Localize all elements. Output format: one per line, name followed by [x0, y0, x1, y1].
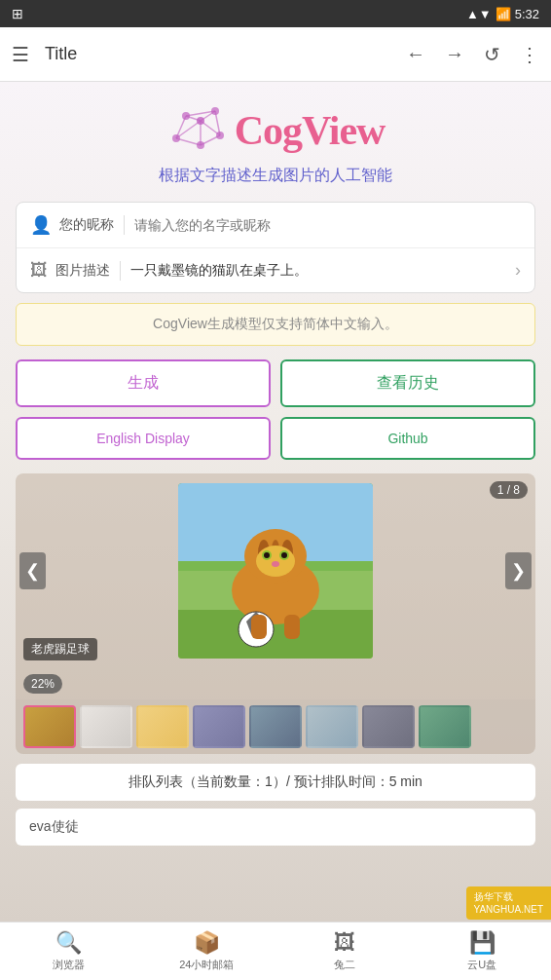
status-bar: ⊞ ▲▼ 📶 5:32: [0, 0, 551, 27]
mail-label: 24小时邮箱: [179, 958, 234, 972]
logo-icon: [166, 101, 235, 160]
svg-point-29: [281, 552, 287, 558]
nav-item-browser[interactable]: 🔍 浏览器: [0, 930, 138, 972]
svg-point-28: [264, 552, 270, 558]
watermark-line2: YANGHUA.NET: [474, 903, 544, 916]
back-button[interactable]: ←: [406, 43, 425, 65]
queue-info: 排队列表（当前数量：1）/ 预计排队时间：5 min: [16, 764, 535, 801]
cloud-icon: 💾: [469, 930, 496, 956]
forward-button[interactable]: →: [445, 43, 464, 65]
carousel-label: 老虎踢足球: [23, 638, 97, 660]
button-grid: 生成 查看历史 English Display Github: [16, 359, 535, 460]
logo-text: CogView: [235, 107, 386, 154]
progress-badge: 22%: [23, 674, 62, 694]
mail-icon: 📦: [194, 930, 220, 956]
bottom-nav: 🔍 浏览器 📦 24小时邮箱 🖼 兔二 💾 云U盘 扬华下载 YANGHUA.N…: [0, 922, 551, 980]
watermark-line1: 扬华下载: [474, 890, 544, 903]
main-content: CogView 根据文字描述生成图片的人工智能 👤 您的昵称 🖼 图片描述 一只…: [0, 82, 551, 922]
carousel-main: ❮ ❯ 1 / 8 老虎踢足球: [16, 473, 535, 668]
thumbnail-8[interactable]: [419, 705, 471, 748]
carousel-image: [178, 483, 373, 659]
nickname-row: 👤 您的昵称: [17, 203, 534, 248]
carousel-prev-button[interactable]: ❮: [19, 552, 46, 589]
github-button[interactable]: Github: [280, 417, 535, 460]
clock: 5:32: [515, 7, 539, 21]
more-button[interactable]: ⋮: [520, 43, 539, 66]
history-button[interactable]: ↺: [484, 43, 500, 66]
nav-item-mail[interactable]: 📦 24小时邮箱: [138, 930, 276, 972]
carousel-next-button[interactable]: ❯: [505, 552, 532, 589]
thumbnail-6[interactable]: [306, 705, 358, 748]
logo-subtitle: 根据文字描述生成图片的人工智能: [159, 166, 392, 186]
queue-text: 排队列表（当前数量：1）/ 预计排队时间：5 min: [129, 773, 422, 789]
rabbit-label: 兔二: [334, 958, 355, 972]
svg-rect-34: [284, 615, 300, 639]
generate-button[interactable]: 生成: [16, 359, 271, 407]
nickname-input[interactable]: [134, 217, 521, 233]
user-icon: 👤: [30, 214, 52, 236]
thumbnail-1[interactable]: [23, 705, 76, 748]
image-value[interactable]: 一只戴墨镜的猫趴在桌子上。: [130, 262, 515, 280]
signal-icon: ▲▼: [466, 7, 492, 21]
svg-point-30: [272, 561, 279, 567]
thumbnail-2[interactable]: [80, 705, 132, 748]
status-right-group: ▲▼ 📶 5:32: [466, 7, 539, 21]
thumbnail-4[interactable]: [193, 705, 245, 748]
notice-text: CogView生成模型仅支持简体中文输入。: [153, 316, 398, 331]
thumbnail-3[interactable]: [136, 705, 189, 748]
app-bar: ☰ Title ← → ↺ ⋮: [0, 27, 551, 82]
watermark: 扬华下载 YANGHUA.NET: [466, 886, 552, 920]
english-display-button[interactable]: English Display: [16, 417, 271, 460]
carousel-counter: 1 / 8: [490, 481, 528, 499]
notice-box: CogView生成模型仅支持简体中文输入。: [16, 303, 535, 346]
divider2: [120, 261, 121, 281]
rabbit-icon: 🖼: [334, 930, 355, 956]
thumbnail-5[interactable]: [249, 705, 302, 748]
thumbnail-7[interactable]: [362, 705, 415, 748]
svg-line-8: [201, 135, 220, 145]
wifi-icon: 📶: [496, 7, 511, 21]
nav-item-cloud[interactable]: 💾 云U盘: [414, 930, 552, 972]
history-button[interactable]: 查看历史: [280, 359, 535, 407]
carousel-section: ❮ ❯ 1 / 8 老虎踢足球 22%: [16, 473, 535, 754]
thumbnail-strip: [16, 699, 535, 754]
logo-area: CogView 根据文字描述生成图片的人工智能: [16, 101, 535, 186]
cloud-label: 云U盘: [467, 958, 496, 972]
divider: [124, 215, 125, 235]
app-bar-left: ☰ Title: [12, 43, 77, 66]
svg-rect-33: [251, 615, 267, 639]
browser-label: 浏览器: [53, 958, 85, 972]
status-app-icon: ⊞: [12, 6, 23, 21]
browser-icon: 🔍: [55, 930, 82, 956]
logo-container: CogView: [166, 101, 386, 160]
app-bar-right: ← → ↺ ⋮: [406, 43, 539, 66]
nickname-label: 您的昵称: [59, 216, 114, 234]
arrow-icon: ›: [515, 260, 521, 281]
app-title: Title: [45, 44, 77, 64]
input-section: 👤 您的昵称 🖼 图片描述 一只戴墨镜的猫趴在桌子上。 ›: [16, 202, 535, 293]
menu-icon[interactable]: ☰: [12, 43, 29, 66]
user-text: eva使徒: [29, 818, 79, 834]
image-icon: 🖼: [30, 260, 48, 281]
nav-item-rabbit[interactable]: 🖼 兔二: [276, 930, 414, 972]
image-label: 图片描述: [55, 262, 110, 280]
image-desc-row: 🖼 图片描述 一只戴墨镜的猫趴在桌子上。 ›: [17, 248, 534, 292]
svg-line-9: [176, 138, 201, 145]
user-row: eva使徒: [16, 809, 535, 846]
